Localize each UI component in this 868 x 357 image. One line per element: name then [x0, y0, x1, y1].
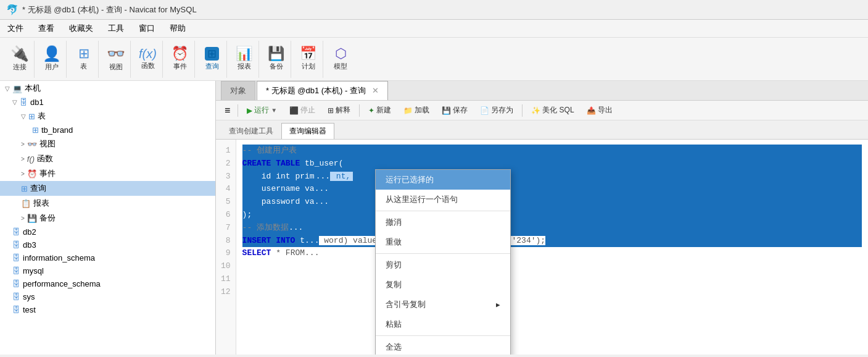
model-label: 模型 — [334, 62, 347, 71]
save-button[interactable]: 💾 保存 — [437, 103, 473, 117]
run-dropdown-icon[interactable]: ▼ — [271, 107, 277, 114]
menu-view[interactable]: 查看 — [36, 22, 57, 35]
backup-icon: 💾 — [268, 47, 284, 61]
events-icon: ⏰ — [27, 169, 37, 178]
ctx-copy-with-quotes[interactable]: 含引号复制 ▶ — [376, 295, 510, 314]
beautify-button[interactable]: ✨ 美化 SQL — [526, 103, 579, 117]
menu-help[interactable]: 帮助 — [167, 22, 188, 35]
toolbar-user[interactable]: 👤 用户 — [37, 41, 67, 78]
sys-label: sys — [23, 292, 35, 301]
sidebar-item-test[interactable]: 🗄 test — [0, 303, 215, 316]
perf-schema-label: performance_schema — [23, 279, 101, 288]
beautify-icon: ✨ — [531, 106, 540, 115]
functions-icon: f() — [27, 154, 35, 164]
code-line-1: -- 创建用户表 — [242, 145, 862, 158]
ctx-run-from-here[interactable]: 从这里运行一个语句 — [376, 190, 510, 209]
code-line-5: password va... — [242, 196, 862, 209]
ctx-copy[interactable]: 复制 — [376, 275, 510, 295]
sidebar-item-events[interactable]: > ⏰ 事件 — [0, 166, 215, 181]
toolbar-func[interactable]: f(x) 函数 — [133, 41, 163, 78]
save-as-button[interactable]: 📄 另存为 — [475, 103, 518, 117]
title-text: * 无标题 @db1 (本机) - 查询 - Navicat for MySQL — [22, 4, 197, 15]
sidebar-item-information-schema[interactable]: 🗄 information_schema — [0, 251, 215, 264]
toolbar-query[interactable]: ⊞ 查询 — [197, 41, 227, 78]
mysql-label: mysql — [23, 266, 44, 275]
mysql-icon: 🗄 — [12, 266, 20, 275]
sub-tab-bar: 查询创建工具 查询编辑器 — [216, 120, 868, 140]
ctx-select-all[interactable]: 全选 — [376, 337, 510, 355]
code-line-9: INSERT INTO t... word) values('zhangsan'… — [242, 235, 862, 248]
tab-close-icon[interactable]: ✕ — [372, 86, 379, 95]
tables-label: 表 — [38, 111, 46, 122]
toolbar-event[interactable]: ⏰ 事件 — [165, 41, 195, 78]
sidebar-item-tables[interactable]: ▽ ⊞ 表 — [0, 109, 215, 124]
sidebar-item-mysql[interactable]: 🗄 mysql — [0, 264, 215, 277]
sys-icon: 🗄 — [12, 292, 20, 301]
ctx-cut[interactable]: 剪切 — [376, 255, 510, 275]
tb-brand-icon: ⊞ — [32, 125, 39, 135]
sidebar-item-performance-schema[interactable]: 🗄 performance_schema — [0, 277, 215, 290]
menu-tools[interactable]: 工具 — [105, 22, 126, 35]
hamburger-menu[interactable]: ≡ — [221, 104, 234, 117]
func-label: 函数 — [141, 61, 155, 70]
ctx-divider-1 — [376, 211, 510, 211]
toolbar-report[interactable]: 📊 报表 — [229, 41, 259, 78]
sidebar-item-localhost[interactable]: ▽ 💻 本机 — [0, 81, 215, 96]
sidebar-item-backup[interactable]: > 💾 备份 — [0, 211, 215, 225]
explain-icon: ⊞ — [328, 106, 334, 115]
info-schema-icon: 🗄 — [12, 253, 20, 262]
tab-query[interactable]: * 无标题 @db1 (本机) - 查询 ✕ — [257, 81, 388, 100]
sidebar-item-db2[interactable]: 🗄 db2 — [0, 225, 215, 238]
load-icon: 📁 — [403, 106, 413, 115]
functions-label: 函数 — [37, 153, 53, 164]
sidebar-item-functions[interactable]: > f() 函数 — [0, 151, 215, 166]
toolbar-view[interactable]: 👓 视图 — [101, 41, 131, 78]
sub-tab-builder[interactable]: 查询创建工具 — [221, 123, 281, 139]
export-button[interactable]: 📤 导出 — [582, 103, 618, 117]
toolbar: 🔌 连接 👤 用户 ⊞ 表 👓 视图 f(x) 函数 ⏰ 事件 ⊞ 查询 📊 报… — [0, 38, 868, 81]
sidebar-item-db1[interactable]: ▽ 🗄 db1 — [0, 96, 215, 109]
stop-button[interactable]: ⬛ 停止 — [284, 103, 320, 117]
ctx-paste[interactable]: 粘贴 — [376, 314, 510, 334]
toolbar-connect[interactable]: 🔌 连接 — [5, 41, 35, 78]
db2-icon: 🗄 — [12, 227, 20, 237]
sidebar-item-views[interactable]: > 👓 视图 — [0, 136, 215, 151]
view-label: 视图 — [109, 62, 123, 72]
reports-label: 报表 — [33, 198, 49, 209]
table-icon: ⊞ — [78, 47, 89, 61]
toolbar-schedule[interactable]: 📅 计划 — [294, 41, 323, 78]
content-area: 对象 * 无标题 @db1 (本机) - 查询 ✕ ≡ ▶ 运行 ▼ ⬛ 停止 … — [216, 81, 868, 355]
db3-label: db3 — [23, 240, 36, 250]
toolbar-table[interactable]: ⊞ 表 — [69, 41, 99, 78]
toolbar-backup[interactable]: 💾 备份 — [262, 41, 291, 78]
separator1 — [238, 104, 238, 117]
func-icon: f(x) — [139, 48, 157, 60]
caret-functions: > — [21, 156, 25, 162]
code-line-4: username va... — [242, 183, 862, 196]
run-button[interactable]: ▶ 运行 ▼ — [242, 103, 282, 117]
load-button[interactable]: 📁 加载 — [399, 103, 434, 117]
ctx-run-selected[interactable]: 运行已选择的 — [376, 170, 510, 190]
menu-window[interactable]: 窗口 — [136, 22, 157, 35]
table-label: 表 — [80, 62, 87, 71]
ctx-redo[interactable]: 重做 — [376, 232, 510, 252]
sidebar-item-reports[interactable]: 📋 报表 — [0, 196, 215, 211]
code-editor[interactable]: 1 2 3 4 5 6 7 8 9 10 11 12 -- 创建用户表 CREA… — [216, 140, 868, 355]
ctx-undo[interactable]: 撤消 — [376, 212, 510, 232]
explain-button[interactable]: ⊞ 解释 — [323, 103, 355, 117]
sidebar: ▽ 💻 本机 ▽ 🗄 db1 ▽ ⊞ 表 ⊞ tb_brand > 👓 视图 >… — [0, 81, 216, 355]
sidebar-item-tb-brand[interactable]: ⊞ tb_brand — [0, 124, 215, 136]
menu-favorites[interactable]: 收藏夹 — [67, 22, 96, 35]
sub-tab-editor[interactable]: 查询编辑器 — [281, 123, 334, 139]
export-icon: 📤 — [587, 106, 596, 115]
menu-file[interactable]: 文件 — [5, 22, 26, 35]
app-icon: 🐬 — [6, 4, 19, 15]
code-line-6: ); — [242, 209, 862, 222]
sidebar-item-sys[interactable]: 🗄 sys — [0, 290, 215, 303]
sidebar-item-db3[interactable]: 🗄 db3 — [0, 238, 215, 251]
line-numbers: 1 2 3 4 5 6 7 8 9 10 11 12 — [216, 140, 236, 355]
sidebar-item-queries[interactable]: ⊞ 查询 — [0, 181, 215, 196]
toolbar-model[interactable]: ⬡ 模型 — [326, 41, 355, 78]
new-button[interactable]: ✦ 新建 — [363, 103, 396, 117]
tab-objects[interactable]: 对象 — [221, 81, 255, 100]
